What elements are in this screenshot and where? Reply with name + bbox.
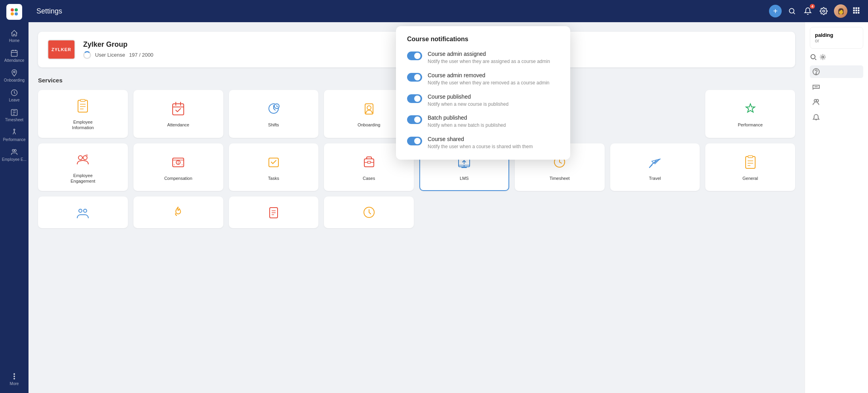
svg-point-11 [14, 374, 15, 375]
notif-name-2: Course published [428, 93, 559, 100]
settings-icon[interactable] [818, 6, 829, 17]
sidebar-more[interactable]: More [8, 369, 21, 389]
topbar: Settings + 4 [29, 0, 868, 22]
svg-point-12 [14, 376, 15, 377]
svg-rect-20 [855, 10, 857, 11]
toggle-course-admin-removed[interactable] [407, 73, 422, 82]
user-avatar[interactable]: 👩 [834, 4, 847, 18]
svg-rect-19 [853, 10, 855, 11]
svg-point-0 [11, 8, 14, 11]
notif-item-course-admin-assigned: Course admin assigned Notify the user wh… [407, 51, 559, 65]
sidebar-item-onboarding[interactable]: Onboarding [0, 66, 29, 86]
svg-rect-4 [11, 50, 17, 56]
svg-rect-16 [853, 8, 855, 9]
sidebar-item-leave[interactable]: Leave [0, 86, 29, 105]
notif-desc-1: Notify the user when they are removed as… [428, 80, 559, 86]
search-icon[interactable] [786, 6, 798, 17]
notif-name-4: Course shared [428, 136, 559, 142]
svg-rect-18 [858, 8, 859, 9]
svg-rect-22 [853, 12, 855, 13]
svg-point-8 [13, 129, 15, 130]
svg-point-15 [823, 10, 825, 12]
toggle-batch-published[interactable] [407, 115, 422, 124]
notification-badge: 4 [810, 4, 815, 9]
svg-point-1 [15, 8, 18, 11]
svg-rect-24 [858, 12, 859, 13]
toggle-course-admin-assigned[interactable] [407, 52, 422, 60]
notification-icon[interactable]: 4 [802, 6, 813, 17]
app-logo[interactable] [6, 4, 22, 20]
svg-rect-17 [855, 8, 857, 9]
notif-desc-2: Notify when a new course is published [428, 101, 559, 108]
svg-point-10 [14, 149, 16, 151]
svg-rect-23 [855, 12, 857, 13]
notif-item-batch-published: Batch published Notify when a new batch … [407, 114, 559, 129]
course-notifications-panel: Course notifications Course admin assign… [396, 26, 570, 160]
svg-rect-21 [858, 10, 859, 11]
sidebar-item-performance[interactable]: Performance [0, 125, 29, 145]
grid-icon[interactable] [852, 6, 860, 16]
toggle-course-published[interactable] [407, 94, 422, 103]
topbar-actions: + 4 👩 [769, 4, 860, 18]
sidebar-item-timesheet[interactable]: Timesheet [0, 105, 29, 125]
svg-point-3 [15, 12, 18, 15]
overlay-backdrop[interactable]: Course notifications Course admin assign… [29, 22, 868, 393]
notif-panel-title: Course notifications [407, 36, 559, 43]
content-area: ZYLKER Zylker Group User License 197 / 2… [29, 22, 868, 393]
notif-item-course-shared: Course shared Notify the user when a cou… [407, 136, 559, 150]
svg-point-14 [789, 8, 794, 13]
notif-name-0: Course admin assigned [428, 51, 559, 57]
page-title: Settings [36, 7, 763, 15]
toggle-course-shared[interactable] [407, 137, 422, 145]
notif-name-3: Batch published [428, 114, 559, 121]
main-area: Settings + 4 [29, 0, 868, 393]
sidebar: Home Attendance Onboarding Leave Timeshe… [0, 0, 29, 393]
svg-point-2 [11, 12, 14, 15]
sidebar-item-attendance[interactable]: Attendance [0, 46, 29, 66]
notif-desc-4: Notify the user when a course is shared … [428, 143, 559, 150]
sidebar-item-home[interactable]: Home [0, 26, 29, 46]
notif-desc-0: Notify the user when they are assigned a… [428, 58, 559, 65]
notif-desc-3: Notify when a new batch is published [428, 122, 559, 129]
svg-point-5 [13, 71, 15, 72]
notif-item-course-admin-removed: Course admin removed Notify the user whe… [407, 72, 559, 86]
notif-item-course-published: Course published Notify when a new cours… [407, 93, 559, 108]
sidebar-item-employee[interactable]: Employee E... [0, 145, 29, 165]
svg-point-13 [14, 378, 15, 380]
notif-name-1: Course admin removed [428, 72, 559, 78]
add-button[interactable]: + [769, 5, 782, 17]
